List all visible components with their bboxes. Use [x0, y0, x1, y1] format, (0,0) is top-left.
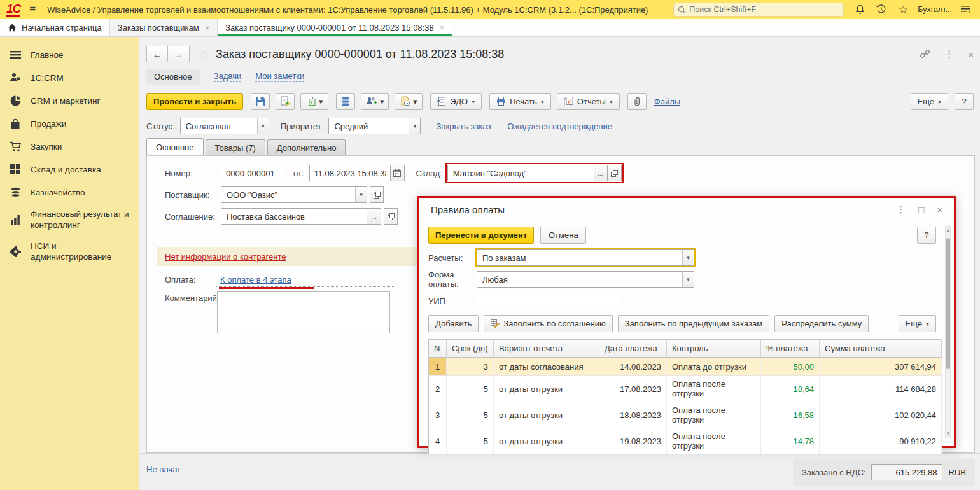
- fill-by-previous-orders-button[interactable]: Заполнить по предыдущим заказам: [618, 315, 769, 332]
- table-row[interactable]: 25от даты отгрузки17.08.2023Оплата после…: [429, 376, 942, 402]
- edo-button[interactable]: ЭДО▾: [430, 93, 482, 110]
- scrollbar-thumb[interactable]: [946, 238, 950, 369]
- sidebar-item-purchases[interactable]: Закупки: [0, 135, 139, 158]
- tab-close-icon[interactable]: ×: [205, 23, 210, 32]
- reports-button[interactable]: Отчеты▾: [557, 93, 620, 110]
- col-percent[interactable]: % платежа: [761, 340, 820, 358]
- dropdown-icon[interactable]: ▾: [355, 187, 367, 202]
- transfer-to-document-button[interactable]: Перенести в документ: [428, 227, 534, 244]
- sidebar-item-treasury[interactable]: Казначейство: [0, 181, 139, 204]
- dropdown-icon[interactable]: ▾: [682, 272, 694, 287]
- col-amount[interactable]: Сумма платежа: [820, 340, 942, 358]
- not-started-link[interactable]: Не начат: [146, 465, 181, 474]
- distribute-amount-button[interactable]: Распределить сумму: [774, 315, 869, 332]
- date-field[interactable]: [309, 165, 391, 181]
- col-n[interactable]: N: [429, 340, 447, 358]
- table-more-button[interactable]: Еще▾: [899, 315, 936, 332]
- sidebar-item-warehouse[interactable]: Склад и доставка: [0, 158, 139, 181]
- sidebar-item-main[interactable]: Главное: [0, 43, 139, 66]
- sidebar-item-1c-crm[interactable]: 1С:CRM: [0, 66, 139, 89]
- tab-order-doc[interactable]: Заказ поставщику 0000-000001 от 11.08.20…: [218, 19, 452, 36]
- table-row[interactable]: 45от даты отгрузки19.08.2023Оплата после…: [429, 428, 942, 454]
- table-row[interactable]: 13от даты согласования14.08.2023Оплата д…: [429, 358, 942, 376]
- help-button[interactable]: ?: [955, 93, 974, 110]
- post-and-close-button[interactable]: Провести и закрыть: [146, 93, 243, 110]
- sidebar-item-sales[interactable]: Продажи: [0, 112, 139, 135]
- register-records-button[interactable]: [336, 93, 355, 110]
- main-menu-icon[interactable]: ≡: [29, 3, 36, 16]
- print-button[interactable]: Печать▾: [489, 93, 551, 110]
- sidebar-item-finance[interactable]: Финансовый результат и контроллинг: [0, 204, 139, 235]
- contacts-button[interactable]: ▾: [361, 93, 389, 110]
- agreement-field[interactable]: Поставка бассейнов: [221, 208, 367, 225]
- more-button[interactable]: Еще▾: [911, 93, 948, 110]
- ellipsis-button[interactable]: ...: [367, 208, 381, 225]
- no-counterparty-info-link[interactable]: Нет информации о контрагенте: [165, 252, 286, 262]
- sidebar-item-crm-marketing[interactable]: CRM и маркетинг: [0, 89, 139, 112]
- current-user-label[interactable]: Бухгалт...: [918, 5, 952, 14]
- navtab-main[interactable]: Основное: [146, 69, 200, 85]
- table-row[interactable]: 35от даты отгрузки18.08.2023Оплата после…: [429, 402, 942, 428]
- awaiting-confirmation-link[interactable]: Ожидается подтверждение: [507, 122, 612, 131]
- favorite-star-icon[interactable]: ☆: [199, 47, 209, 62]
- post-button[interactable]: [276, 93, 295, 110]
- scroll-up-icon[interactable]: ▲: [946, 227, 950, 234]
- get-link-icon[interactable]: [920, 49, 930, 59]
- ellipsis-button[interactable]: ...: [594, 165, 608, 181]
- total-value-field[interactable]: [871, 464, 942, 480]
- navtab-tasks[interactable]: Задачи: [214, 71, 242, 82]
- col-date[interactable]: Дата платежа: [599, 340, 667, 358]
- save-button[interactable]: [251, 93, 270, 110]
- create-based-on-button[interactable]: ▾: [300, 93, 328, 110]
- files-link[interactable]: Файлы: [654, 97, 680, 106]
- dropdown-icon[interactable]: ▾: [409, 118, 420, 134]
- history-icon[interactable]: [874, 3, 888, 17]
- favorites-star-icon[interactable]: ☆: [896, 3, 910, 17]
- close-order-link[interactable]: Закрыть заказ: [436, 122, 491, 131]
- col-days[interactable]: Срок (дн): [447, 340, 494, 358]
- add-row-button[interactable]: Добавить: [428, 315, 479, 332]
- window-close-icon[interactable]: ×: [968, 49, 974, 60]
- col-control[interactable]: Контроль: [667, 340, 761, 358]
- comment-field[interactable]: [217, 291, 390, 333]
- doctab-goods[interactable]: Товары (7): [206, 139, 265, 155]
- window-more-icon[interactable]: ⋮: [944, 48, 954, 60]
- global-search[interactable]: [673, 3, 844, 17]
- supplier-field[interactable]: ООО "Оазис" ▾: [221, 186, 367, 203]
- dialog-more-icon[interactable]: ⋮: [896, 204, 906, 215]
- back-button[interactable]: ←: [146, 46, 168, 62]
- tab-close-icon[interactable]: ×: [440, 23, 445, 32]
- dialog-scrollbar[interactable]: ▲ ▼: [945, 226, 951, 438]
- status-select[interactable]: Согласован ▾: [180, 118, 269, 134]
- dropdown-icon[interactable]: ▾: [682, 250, 694, 265]
- dialog-help-button[interactable]: ?: [917, 227, 936, 244]
- service-menu-icon[interactable]: [958, 3, 972, 17]
- number-field[interactable]: [221, 165, 284, 181]
- dropdown-icon[interactable]: ▾: [257, 118, 269, 134]
- dialog-close-icon[interactable]: ×: [937, 204, 942, 215]
- open-button[interactable]: [384, 208, 398, 225]
- warehouse-field[interactable]: Магазин "Садовод".: [447, 165, 594, 181]
- payment-stages-link[interactable]: К оплате в 4 этапа: [220, 275, 291, 284]
- sidebar-item-admin[interactable]: НСИ и администрирование: [0, 235, 139, 267]
- open-button[interactable]: [608, 165, 622, 181]
- tab-home[interactable]: Начальная страница: [0, 19, 110, 36]
- calendar-icon[interactable]: [391, 165, 405, 181]
- col-variant[interactable]: Вариант отсчета: [494, 340, 599, 358]
- payform-select[interactable]: Любая ▾: [477, 271, 694, 288]
- attachments-button[interactable]: [627, 93, 647, 110]
- cancel-button[interactable]: Отмена: [540, 227, 586, 244]
- dialog-maximize-icon[interactable]: □: [918, 204, 924, 215]
- fill-by-agreement-button[interactable]: Заполнить по соглашению: [484, 315, 612, 332]
- navtab-notes[interactable]: Мои заметки: [255, 71, 304, 82]
- calc-select[interactable]: По заказам ▾: [477, 249, 694, 266]
- uip-field[interactable]: [477, 293, 619, 309]
- tab-orders-list[interactable]: Заказы поставщикам ×: [110, 19, 218, 36]
- search-input[interactable]: [689, 5, 829, 14]
- open-button[interactable]: [370, 186, 384, 203]
- scroll-down-icon[interactable]: ▼: [946, 430, 950, 438]
- forward-button[interactable]: →: [168, 46, 190, 62]
- reminder-button[interactable]: ▾: [395, 93, 423, 110]
- notifications-bell-icon[interactable]: [853, 3, 867, 17]
- doctab-extra[interactable]: Дополнительно: [267, 139, 346, 155]
